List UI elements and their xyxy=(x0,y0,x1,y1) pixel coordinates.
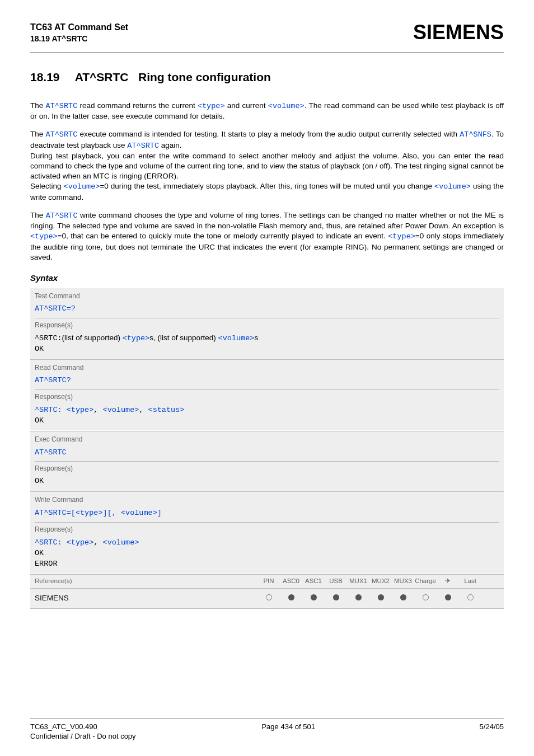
ok-text: OK xyxy=(35,345,44,353)
param-ref[interactable]: <volume> xyxy=(103,538,139,547)
col-hdr: PIN xyxy=(257,577,280,586)
test-response: ^SRTC:(list of supported) <type>s, (list… xyxy=(35,332,499,358)
error-text: ERROR xyxy=(35,560,58,568)
resp-text: (list of supported) xyxy=(62,334,123,342)
exec-command: AT^SRTC xyxy=(35,447,499,461)
ok-text: OK xyxy=(35,549,44,557)
resp-text: , xyxy=(93,538,102,547)
footer-center: Page 434 of 501 xyxy=(261,722,315,732)
col-hdr: Charge xyxy=(414,577,437,586)
support-indicator xyxy=(369,594,392,603)
block-label: Exec Command xyxy=(35,433,499,446)
reference-vendor: SIEMENS xyxy=(30,591,257,605)
support-indicator xyxy=(280,594,302,603)
col-hdr: MUX1 xyxy=(347,577,369,586)
resp-text: , xyxy=(139,406,148,414)
read-response: ^SRTC: <type>, <volume>, <status> OK xyxy=(35,403,499,429)
text: During test playback, you can enter the … xyxy=(30,152,504,180)
exec-response: OK xyxy=(35,475,499,490)
paragraph-2: The AT^SRTC execute command is intended … xyxy=(30,129,504,203)
reference-values xyxy=(257,591,504,605)
filled-circle-icon xyxy=(288,594,294,600)
reference-columns: PIN ASC0 ASC1 USB MUX1 MUX2 MUX3 Charge … xyxy=(257,575,504,588)
text: The xyxy=(30,101,46,110)
page-header: TC63 AT Command Set 18.19 AT^SRTC SIEMEN… xyxy=(30,19,504,52)
ok-text: OK xyxy=(35,416,44,425)
filled-circle-icon xyxy=(445,594,451,600)
param-ref[interactable]: <type> xyxy=(67,406,94,414)
cmd-text: ] xyxy=(157,509,162,517)
airplane-icon: ✈ xyxy=(437,577,459,586)
resp-label: Response(s) xyxy=(35,390,499,403)
test-command: AT^SRTC=? xyxy=(35,303,499,317)
resp-label: Response(s) xyxy=(35,462,499,475)
text: execute command is intended for testing.… xyxy=(77,130,460,138)
write-command: AT^SRTC=[<type>][, <volume>] xyxy=(35,506,499,522)
cmd-ref[interactable]: AT^SRTC xyxy=(46,130,78,139)
header-divider xyxy=(30,52,504,53)
filled-circle-icon xyxy=(355,594,362,600)
param-ref[interactable]: <type> xyxy=(198,102,225,110)
col-hdr: ASC0 xyxy=(280,577,302,586)
resp-text: s, (list of supported) xyxy=(149,334,218,342)
text: The xyxy=(30,211,46,219)
col-hdr: USB xyxy=(325,577,347,586)
footer-divider xyxy=(30,718,504,719)
param-ref[interactable]: <volume> xyxy=(103,406,139,414)
col-hdr: MUX2 xyxy=(369,577,392,586)
syntax-read-block: Read Command AT^SRTC? Response(s) ^SRTC:… xyxy=(30,360,504,430)
support-indicator xyxy=(459,594,481,603)
resp-text: ^SRTC: xyxy=(35,538,67,547)
param-ref[interactable]: <type> xyxy=(30,232,58,241)
text: and current xyxy=(225,101,268,110)
cmd-text: AT^SRTC=[ xyxy=(35,509,76,517)
param-ref[interactable]: <type> xyxy=(123,334,150,342)
filled-circle-icon xyxy=(378,594,384,600)
cmd-ref[interactable]: AT^SRTC xyxy=(127,142,159,150)
resp-text: s xyxy=(254,334,258,342)
page-footer: TC63_ATC_V00.490 Page 434 of 501 5/24/05… xyxy=(30,718,504,741)
cmd-ref[interactable]: AT^SRTC xyxy=(46,212,78,220)
section-number: 18.19 xyxy=(30,69,60,85)
param-ref[interactable]: <volume> xyxy=(268,102,305,110)
cmd-ref[interactable]: AT^SNFS xyxy=(460,130,491,139)
paragraph-1: The AT^SRTC read command returns the cur… xyxy=(30,101,504,121)
resp-label: Response(s) xyxy=(35,523,499,536)
syntax-write-block: Write Command AT^SRTC=[<type>][, <volume… xyxy=(30,492,504,574)
empty-circle-icon xyxy=(467,594,474,600)
param-ref[interactable]: <type> xyxy=(67,538,94,547)
param-ref[interactable]: <volume> xyxy=(64,182,100,191)
footer-left: TC63_ATC_V00.490 xyxy=(30,722,97,732)
text: =0, that can be entered to quickly mute … xyxy=(58,232,388,240)
reference-value-row: SIEMENS xyxy=(30,589,504,608)
block-label: Test Command xyxy=(35,289,499,303)
read-command: AT^SRTC? xyxy=(35,374,499,389)
text: write command chooses the type and volum… xyxy=(30,211,504,230)
col-hdr: Last xyxy=(459,577,481,586)
reference-header-row: Reference(s) PIN ASC0 ASC1 USB MUX1 MUX2… xyxy=(30,575,504,588)
brand-logo: SIEMENS xyxy=(413,19,504,46)
support-indicator xyxy=(347,594,369,603)
support-indicator xyxy=(392,594,414,603)
empty-circle-icon xyxy=(423,594,429,600)
paragraph-3: The AT^SRTC write command chooses the ty… xyxy=(30,210,504,262)
param-ref[interactable]: <type> xyxy=(76,509,103,517)
section-name: Ring tone configuration xyxy=(138,71,271,83)
footer-sub: Confidential / Draft - Do not copy xyxy=(30,731,504,741)
filled-circle-icon xyxy=(311,594,317,600)
header-left: TC63 AT Command Set 18.19 AT^SRTC xyxy=(30,21,128,44)
cmd-ref[interactable]: AT^SRTC xyxy=(46,102,78,110)
param-ref[interactable]: <volume> xyxy=(121,509,157,517)
reference-label: Reference(s) xyxy=(30,575,257,588)
text: =0 during the test, immediately stops pl… xyxy=(100,182,434,190)
param-ref[interactable]: <type> xyxy=(388,232,415,241)
syntax-heading: Syntax xyxy=(30,273,504,284)
write-response: ^SRTC: <type>, <volume> OK ERROR xyxy=(35,536,499,573)
resp-text: ^SRTC: xyxy=(35,334,62,342)
param-ref[interactable]: <status> xyxy=(148,406,185,414)
param-ref[interactable]: <volume> xyxy=(434,182,471,191)
text: read command returns the current xyxy=(77,101,198,110)
resp-text: , xyxy=(93,406,102,414)
support-indicator xyxy=(414,594,437,603)
param-ref[interactable]: <volume> xyxy=(218,334,255,342)
